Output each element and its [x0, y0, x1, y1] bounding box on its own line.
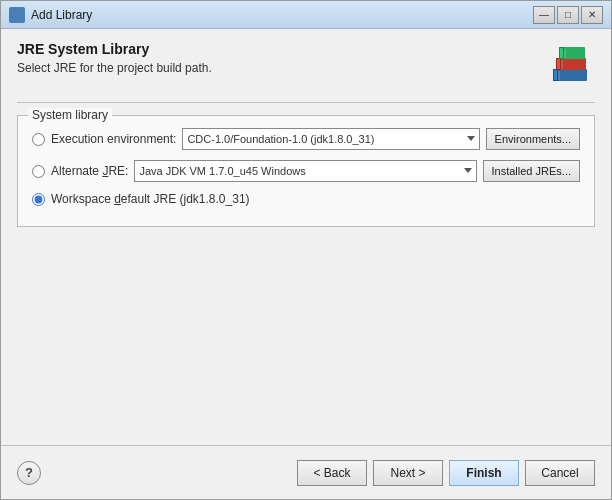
- title-bar-controls: — □ ✕: [533, 6, 603, 24]
- content-spacer: [17, 227, 595, 433]
- workspace-default-row: Workspace default JRE (jdk1.8.0_31): [32, 192, 580, 206]
- next-button[interactable]: Next >: [373, 460, 443, 486]
- svg-rect-0: [553, 69, 587, 81]
- footer-buttons: < Back Next > Finish Cancel: [297, 460, 595, 486]
- close-button[interactable]: ✕: [581, 6, 603, 24]
- execution-env-radio[interactable]: [32, 133, 45, 146]
- alternate-jre-radio[interactable]: [32, 165, 45, 178]
- execution-env-row: Execution environment: CDC-1.0/Foundatio…: [32, 128, 580, 150]
- alternate-jre-label: Alternate JRE:: [51, 164, 128, 178]
- header-icon: [545, 41, 595, 86]
- svg-rect-8: [560, 48, 563, 58]
- header-subtitle: Select JRE for the project build path.: [17, 61, 535, 75]
- content-area: JRE System Library Select JRE for the pr…: [1, 29, 611, 445]
- header-text: JRE System Library Select JRE for the pr…: [17, 41, 535, 75]
- back-button[interactable]: < Back: [297, 460, 367, 486]
- environments-button[interactable]: Environments...: [486, 128, 580, 150]
- header-section: JRE System Library Select JRE for the pr…: [17, 41, 595, 86]
- window-title: Add Library: [31, 8, 533, 22]
- svg-rect-5: [557, 59, 560, 69]
- group-box-label: System library: [28, 108, 112, 122]
- execution-env-label[interactable]: Execution environment:: [51, 132, 176, 146]
- alternate-jre-select[interactable]: Java JDK VM 1.7.0_u45 Windows: [134, 160, 476, 182]
- workspace-default-radio[interactable]: [32, 193, 45, 206]
- system-library-group: System library Execution environment: CD…: [17, 115, 595, 227]
- header-title: JRE System Library: [17, 41, 535, 57]
- cancel-button[interactable]: Cancel: [525, 460, 595, 486]
- window: Add Library — □ ✕ JRE System Library Sel…: [0, 0, 612, 500]
- execution-env-select[interactable]: CDC-1.0/Foundation-1.0 (jdk1.8.0_31): [182, 128, 479, 150]
- maximize-button[interactable]: □: [557, 6, 579, 24]
- footer: ? < Back Next > Finish Cancel: [1, 445, 611, 499]
- finish-button[interactable]: Finish: [449, 460, 519, 486]
- books-icon: [545, 41, 595, 86]
- minimize-button[interactable]: —: [533, 6, 555, 24]
- header-separator: [17, 102, 595, 103]
- title-bar: Add Library — □ ✕: [1, 1, 611, 29]
- help-button[interactable]: ?: [17, 461, 41, 485]
- window-icon: [9, 7, 25, 23]
- installed-jres-button[interactable]: Installed JREs...: [483, 160, 580, 182]
- workspace-default-label: Workspace default JRE (jdk1.8.0_31): [51, 192, 250, 206]
- svg-rect-2: [554, 70, 557, 80]
- alternate-jre-row: Alternate JRE: Java JDK VM 1.7.0_u45 Win…: [32, 160, 580, 182]
